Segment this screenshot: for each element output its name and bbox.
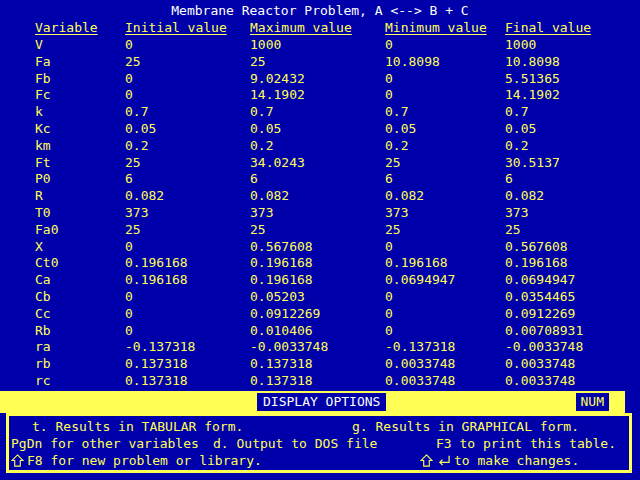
cell-minimum-value: 0.0694947 bbox=[385, 272, 505, 289]
col-header-minimum-value: Minimum value bbox=[385, 20, 505, 37]
col-header-variable: Variable bbox=[35, 20, 125, 37]
cell-variable: V bbox=[35, 37, 125, 54]
option-make-changes-label: to make changes. bbox=[454, 453, 579, 468]
cell-variable: P0 bbox=[35, 171, 125, 188]
cell-minimum-value: 25 bbox=[385, 222, 505, 239]
cell-variable: R bbox=[35, 188, 125, 205]
enter-icon bbox=[436, 454, 451, 467]
cell-minimum-value: 0 bbox=[385, 289, 505, 306]
table-row: Cb 0 0.05203 0 0.0354465 bbox=[0, 289, 605, 306]
cell-minimum-value: 0.05 bbox=[385, 121, 505, 138]
cell-initial-value: 0.082 bbox=[125, 188, 250, 205]
cell-variable: Fa0 bbox=[35, 222, 125, 239]
table-row: Ct0 0.196168 0.196168 0.196168 0.196168 bbox=[0, 255, 605, 272]
table-row: Cc 0 0.0912269 0 0.0912269 bbox=[0, 306, 605, 323]
option-tabular[interactable]: t. Results in TABULAR form. bbox=[32, 418, 243, 435]
cell-final-value: 0.0912269 bbox=[505, 306, 605, 323]
col-header-final-value: Final value bbox=[505, 20, 640, 37]
table-row: km 0.2 0.2 0.2 0.2 bbox=[0, 138, 605, 155]
cell-minimum-value: 10.8098 bbox=[385, 54, 505, 71]
cell-maximum-value: 0.567608 bbox=[250, 239, 385, 256]
cell-maximum-value: 0.05203 bbox=[250, 289, 385, 306]
table-row: Fa0 25 25 25 25 bbox=[0, 222, 605, 239]
numlock-indicator: NUM bbox=[576, 393, 609, 411]
cell-final-value: 10.8098 bbox=[505, 54, 605, 71]
cell-initial-value: 0 bbox=[125, 37, 250, 54]
cell-final-value: 1000 bbox=[505, 37, 605, 54]
option-dos-file[interactable]: d. Output to DOS file bbox=[213, 435, 377, 452]
cell-final-value: 0.2 bbox=[505, 138, 605, 155]
cell-maximum-value: 0.196168 bbox=[250, 272, 385, 289]
cell-minimum-value: 0 bbox=[385, 323, 505, 340]
options-line-3: F8 for new problem or library. to make c… bbox=[9, 452, 629, 469]
cell-minimum-value: 0.196168 bbox=[385, 255, 505, 272]
table-row: V 0 1000 0 1000 bbox=[0, 37, 605, 54]
table-row: X 0 0.567608 0 0.567608 bbox=[0, 239, 605, 256]
table-row: Ft 25 34.0243 25 30.5137 bbox=[0, 155, 605, 172]
table-row: Fb 0 9.02432 0 5.51365 bbox=[0, 71, 605, 88]
option-pgdn-variables[interactable]: PgDn for other variables bbox=[11, 435, 199, 452]
cell-maximum-value: 0.196168 bbox=[250, 255, 385, 272]
cell-maximum-value: 0.137318 bbox=[250, 373, 385, 390]
cell-initial-value: 6 bbox=[125, 171, 250, 188]
cell-maximum-value: 373 bbox=[250, 205, 385, 222]
cell-final-value: 0.0354465 bbox=[505, 289, 605, 306]
cell-initial-value: 0 bbox=[125, 306, 250, 323]
cell-maximum-value: 0.082 bbox=[250, 188, 385, 205]
options-line-1: t. Results in TABULAR form. g. Results i… bbox=[9, 418, 629, 435]
cell-variable: Fb bbox=[35, 71, 125, 88]
cell-final-value: 30.5137 bbox=[505, 155, 605, 172]
cell-minimum-value: 0.082 bbox=[385, 188, 505, 205]
cell-final-value: 0.082 bbox=[505, 188, 605, 205]
option-f8-new[interactable]: F8 for new problem or library. bbox=[11, 452, 262, 469]
table-row: Fa 25 25 10.8098 10.8098 bbox=[0, 54, 605, 71]
cell-initial-value: 0.05 bbox=[125, 121, 250, 138]
table-row: Rb 0 0.010406 0 0.00708931 bbox=[0, 323, 605, 340]
cell-final-value: 0.00708931 bbox=[505, 323, 605, 340]
cell-variable: ra bbox=[35, 339, 125, 356]
option-f8-new-label: F8 for new problem or library. bbox=[27, 453, 262, 468]
cell-final-value: 0.0694947 bbox=[505, 272, 605, 289]
cell-variable: Ca bbox=[35, 272, 125, 289]
cell-final-value: 0.7 bbox=[505, 104, 605, 121]
cell-final-value: 0.196168 bbox=[505, 255, 605, 272]
table-row: rb 0.137318 0.137318 0.0033748 0.0033748 bbox=[0, 356, 605, 373]
option-make-changes[interactable]: to make changes. bbox=[420, 452, 579, 469]
cell-minimum-value: 0 bbox=[385, 37, 505, 54]
cell-minimum-value: 0.7 bbox=[385, 104, 505, 121]
cell-maximum-value: 14.1902 bbox=[250, 87, 385, 104]
cell-minimum-value: 0.0033748 bbox=[385, 356, 505, 373]
table-row: T0 373 373 373 373 bbox=[0, 205, 605, 222]
cell-initial-value: -0.137318 bbox=[125, 339, 250, 356]
cell-maximum-value: 1000 bbox=[250, 37, 385, 54]
col-header-maximum-value: Maximum value bbox=[250, 20, 385, 37]
cell-variable: Cc bbox=[35, 306, 125, 323]
cell-maximum-value: -0.0033748 bbox=[250, 339, 385, 356]
cell-maximum-value: 9.02432 bbox=[250, 71, 385, 88]
cell-initial-value: 25 bbox=[125, 155, 250, 172]
page-title: Membrane Reactor Problem, A <--> B + C bbox=[0, 3, 640, 18]
cell-minimum-value: -0.137318 bbox=[385, 339, 505, 356]
table-row: ra -0.137318 -0.0033748 -0.137318 -0.003… bbox=[0, 339, 605, 356]
cell-maximum-value: 0.010406 bbox=[250, 323, 385, 340]
shift-icon bbox=[420, 454, 433, 467]
cell-variable: Kc bbox=[35, 121, 125, 138]
table-row: P0 6 6 6 6 bbox=[0, 171, 605, 188]
cell-initial-value: 0 bbox=[125, 87, 250, 104]
screen: Membrane Reactor Problem, A <--> B + C V… bbox=[0, 0, 640, 480]
cell-final-value: 0.567608 bbox=[505, 239, 605, 256]
options-line-2: PgDn for other variables d. Output to DO… bbox=[9, 435, 629, 452]
option-f3-print[interactable]: F3 to print this table. bbox=[436, 435, 616, 452]
cell-variable: km bbox=[35, 138, 125, 155]
shift-icon bbox=[11, 454, 24, 467]
table-row: Ca 0.196168 0.196168 0.0694947 0.0694947 bbox=[0, 272, 605, 289]
cell-initial-value: 0 bbox=[125, 71, 250, 88]
option-graphical[interactable]: g. Results in GRAPHICAL form. bbox=[352, 418, 579, 435]
cell-variable: T0 bbox=[35, 205, 125, 222]
cell-variable: k bbox=[35, 104, 125, 121]
status-bar: DISPLAY OPTIONS NUM bbox=[0, 391, 625, 413]
table-header: Variable Initial value Maximum value Min… bbox=[0, 20, 640, 37]
cell-initial-value: 0.7 bbox=[125, 104, 250, 121]
cell-final-value: 6 bbox=[505, 171, 605, 188]
display-options-panel: t. Results in TABULAR form. g. Results i… bbox=[6, 413, 632, 473]
